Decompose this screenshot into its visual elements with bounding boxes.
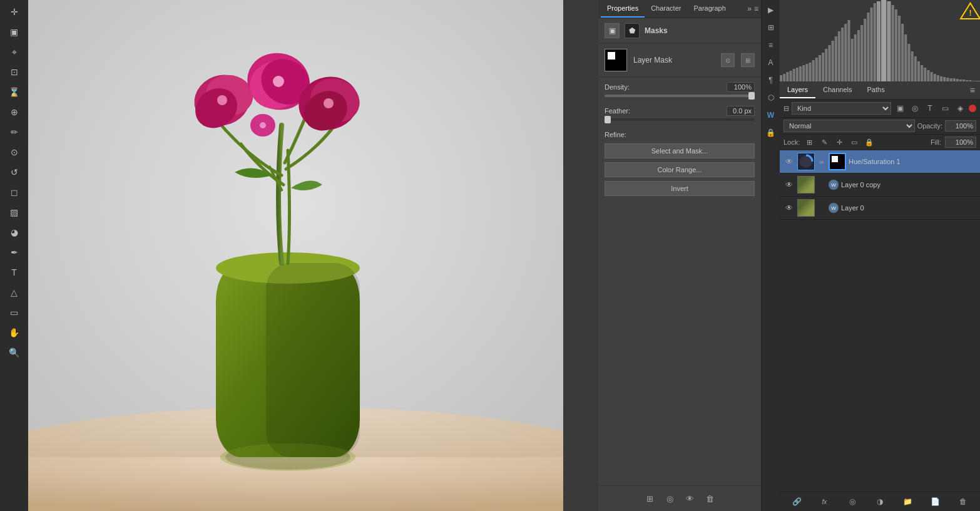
layers-adjust-icon[interactable]: ◑ <box>874 495 886 508</box>
adjust-icon[interactable]: ⊞ <box>763 20 778 35</box>
layers-link-icon[interactable]: 🔗 <box>790 495 803 508</box>
filter-adjust-icon[interactable]: ◎ <box>909 102 921 115</box>
toolbar-zoom-icon[interactable]: 🔍 <box>5 343 24 362</box>
toolbar-lasso-icon[interactable]: ⌖ <box>5 43 24 61</box>
layers-delete-icon[interactable]: 🗑 <box>957 495 969 508</box>
filter-pixel-icon[interactable]: ▣ <box>894 102 906 115</box>
fill-input[interactable] <box>945 137 976 148</box>
blend-mode-select[interactable]: Normal <box>783 120 915 132</box>
toolbar-shape-icon[interactable]: ▭ <box>5 303 24 322</box>
toolbar-path-icon[interactable]: △ <box>5 283 24 302</box>
toolbar-select-icon[interactable]: ▣ <box>5 23 24 41</box>
svg-rect-49 <box>864 19 866 81</box>
lock-row: Lock: ⊞ ✎ ✛ ▭ 🔒 Fill: <box>780 135 980 150</box>
color-range-button[interactable]: Color Range... <box>605 162 755 177</box>
lock-checkerboard-icon[interactable]: ⊞ <box>804 137 815 148</box>
layers-folder-icon[interactable]: 📁 <box>901 495 914 508</box>
toolbar-stamp-icon[interactable]: ⊙ <box>5 143 24 162</box>
filter-toggle-dot[interactable] <box>969 105 976 112</box>
filter-kind-select[interactable]: Kind <box>792 102 891 115</box>
w-badge-icon[interactable]: W <box>763 108 778 123</box>
tab-properties[interactable]: Properties <box>601 0 645 18</box>
toolbar-text-icon[interactable]: T <box>5 263 24 282</box>
svg-rect-50 <box>867 13 869 81</box>
tab-layers[interactable]: Layers <box>780 82 815 98</box>
tab-paths[interactable]: Paths <box>860 82 892 98</box>
layer-visibility-hue[interactable]: 👁 <box>783 156 795 167</box>
panel-tab-actions: » ≡ <box>747 4 758 13</box>
refine-label: Refine: <box>605 131 755 138</box>
pixel-mask-icon[interactable]: ▣ <box>605 23 620 38</box>
layers-mask-icon[interactable]: ◎ <box>846 495 859 508</box>
select-mask-button[interactable]: Select and Mask... <box>605 143 755 158</box>
svg-rect-65 <box>921 65 923 81</box>
lock-all-icon[interactable]: 🔒 <box>864 137 875 148</box>
mask-apply-icon[interactable]: ⊙ <box>721 53 735 67</box>
expand-icon[interactable]: » <box>747 4 752 13</box>
svg-rect-66 <box>924 68 926 81</box>
layer-visibility-copy[interactable]: 👁 <box>783 179 795 190</box>
toolbar-crop-icon[interactable]: ⊡ <box>5 63 24 81</box>
fill-label: Fill: <box>931 138 941 146</box>
layer-item-hue-saturation[interactable]: 👁 ∞ Hue/Saturation 1 <box>780 150 980 173</box>
feather-value[interactable]: 0.0 px <box>727 106 755 116</box>
svg-rect-54 <box>881 0 886 81</box>
cube-icon[interactable]: ⬡ <box>763 90 778 105</box>
invert-button[interactable]: Invert <box>605 181 755 196</box>
svg-rect-79 <box>966 80 968 81</box>
lock-move-icon[interactable]: ✛ <box>834 137 845 148</box>
toolbar-pen-icon[interactable]: ✒ <box>5 243 24 262</box>
toolbar-move-icon[interactable]: ✛ <box>5 3 24 21</box>
subtract-mask-icon[interactable]: ◎ <box>662 491 677 506</box>
layers-panel-menu-icon[interactable]: ≡ <box>965 81 980 99</box>
opacity-input[interactable] <box>945 120 976 132</box>
toolbar-eraser-icon[interactable]: ◻ <box>5 183 24 202</box>
layer-link-copy <box>817 176 826 194</box>
para-icon[interactable]: ¶ <box>763 73 778 88</box>
layer-item-copy[interactable]: 👁 W Layer 0 copy <box>780 173 980 197</box>
mask-options-icon[interactable]: ⊞ <box>741 53 755 67</box>
show-hide-mask-icon[interactable]: 👁 <box>682 491 697 506</box>
layer-item-layer0[interactable]: 👁 W Layer 0 <box>780 197 980 220</box>
mask-preview-thumb <box>605 49 627 71</box>
layers-fx-icon[interactable]: fx <box>818 495 830 508</box>
lock-brush-icon[interactable]: ✎ <box>819 137 830 148</box>
filter-text-icon[interactable]: T <box>924 102 936 115</box>
svg-rect-60 <box>904 34 907 81</box>
svg-rect-45 <box>851 39 854 81</box>
tab-character[interactable]: Character <box>645 0 687 18</box>
tab-channels[interactable]: Channels <box>815 82 859 98</box>
panel-menu-icon[interactable]: ≡ <box>754 4 758 13</box>
lock-artboard-icon[interactable]: ▭ <box>849 137 860 148</box>
layers-filter-bar: ⊟ Kind ▣ ◎ T ▭ ◈ <box>780 100 980 118</box>
density-thumb[interactable] <box>748 92 755 100</box>
play-icon[interactable]: ▶ <box>763 3 778 18</box>
toolbar-eyedropper-icon[interactable]: ⌛ <box>5 83 24 101</box>
feather-thumb[interactable] <box>605 116 611 123</box>
toolbar-history-icon[interactable]: ↺ <box>5 163 24 182</box>
layer-visibility-layer0[interactable]: 👁 <box>783 202 795 214</box>
svg-rect-39 <box>832 41 834 81</box>
toolbar-dodge-icon[interactable]: ◕ <box>5 223 24 242</box>
filter-smart-icon[interactable]: ◈ <box>954 102 966 115</box>
feather-row: Feather: 0.0 px <box>598 101 761 125</box>
layer-name-copy: Layer 0 copy <box>841 181 976 188</box>
filter-shape-icon[interactable]: ▭ <box>939 102 951 115</box>
vector-mask-icon[interactable]: ⬟ <box>625 23 640 38</box>
lock2-icon[interactable]: 🔒 <box>763 125 778 140</box>
feather-track[interactable] <box>605 118 755 121</box>
list-icon[interactable]: ≡ <box>763 38 778 53</box>
text-icon[interactable]: A <box>763 55 778 70</box>
toolbar-brush-icon[interactable]: ✏ <box>5 123 24 142</box>
svg-rect-36 <box>822 53 824 81</box>
density-track[interactable] <box>605 95 755 97</box>
toolbar-hand-icon[interactable]: ✋ <box>5 323 24 342</box>
toolbar-heal-icon[interactable]: ⊕ <box>5 103 24 121</box>
density-value[interactable]: 100% <box>727 82 755 92</box>
toolbar-gradient-icon[interactable]: ▨ <box>5 203 24 222</box>
layers-new-icon[interactable]: 📄 <box>929 495 942 508</box>
delete-mask-icon[interactable]: 🗑 <box>702 491 717 506</box>
svg-rect-25 <box>786 72 789 81</box>
add-mask-icon[interactable]: ⊞ <box>642 491 657 506</box>
tab-paragraph[interactable]: Paragraph <box>687 0 732 18</box>
